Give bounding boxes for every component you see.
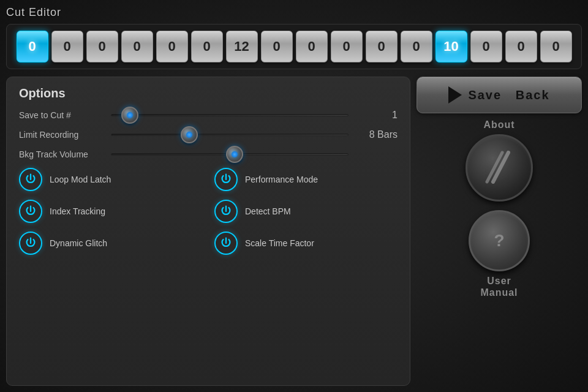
slider-track-bar-1	[111, 134, 349, 136]
counter-cell-10[interactable]: 0	[366, 31, 398, 62]
bottom-section: Options Save to Cut #1Limit Recording8 B…	[6, 77, 582, 386]
counter-cell-14[interactable]: 0	[505, 31, 537, 62]
toggle-item-4[interactable]: Dynamic Glitch	[19, 232, 202, 255]
toggle-item-0[interactable]: Loop Mod Latch	[19, 168, 202, 191]
toggle-label-3: Detect BPM	[245, 206, 291, 216]
about-section: About	[417, 119, 582, 202]
toggle-item-3[interactable]: Detect BPM	[214, 200, 398, 223]
manual-section: ? UserManual	[417, 210, 582, 298]
slider-thumb-1[interactable]	[181, 126, 198, 143]
counter-cell-11[interactable]: 0	[401, 31, 432, 62]
toggle-icon-2	[19, 200, 42, 223]
options-panel: Options Save to Cut #1Limit Recording8 B…	[6, 77, 410, 386]
counter-cell-3[interactable]: 0	[121, 31, 153, 62]
toggle-label-2: Index Tracking	[50, 206, 105, 216]
manual-icon: ?	[494, 231, 504, 251]
save-back-label: Save Back	[468, 88, 549, 102]
app-container: Cut Editor 000000120000010000 Options Sa…	[0, 0, 588, 392]
counter-cell-4[interactable]: 0	[156, 31, 188, 62]
about-label: About	[483, 119, 514, 130]
slider-value-1: 8 Bars	[355, 129, 398, 140]
toggle-label-5: Scale Time Factor	[245, 238, 314, 248]
toggle-item-2[interactable]: Index Tracking	[19, 200, 202, 223]
slider-row-0: Save to Cut #1	[19, 109, 398, 121]
counter-cell-8[interactable]: 0	[296, 31, 328, 62]
counter-cell-13[interactable]: 0	[470, 31, 502, 62]
about-knob[interactable]	[466, 134, 533, 202]
toggle-grid: Loop Mod Latch Performance Mode Index Tr…	[19, 168, 398, 255]
slider-label-1: Limit Recording	[19, 130, 105, 140]
slider-row-2: Bkg Track Volume	[19, 148, 398, 160]
toggle-icon-1	[214, 168, 238, 191]
counter-row: 000000120000010000	[6, 24, 582, 69]
toggle-icon-4	[19, 232, 42, 255]
slider-thumb-2[interactable]	[226, 146, 243, 163]
slider-track-0[interactable]	[111, 109, 349, 121]
counter-cell-9[interactable]: 0	[331, 31, 363, 62]
slider-track-bar-0	[111, 114, 349, 116]
counter-cell-0[interactable]: 0	[17, 31, 48, 62]
options-title: Options	[19, 86, 398, 100]
counter-cell-15[interactable]: 0	[540, 31, 572, 62]
right-panel: Save Back About ? UserManual	[417, 77, 582, 386]
counter-cell-5[interactable]: 0	[191, 31, 223, 62]
manual-label: UserManual	[480, 275, 518, 298]
counter-cell-1[interactable]: 0	[51, 31, 83, 62]
slider-value-0: 1	[355, 110, 398, 121]
slider-label-2: Bkg Track Volume	[19, 149, 105, 159]
toggle-item-1[interactable]: Performance Mode	[214, 168, 398, 191]
counter-cell-12[interactable]: 10	[435, 31, 467, 62]
toggle-icon-3	[214, 200, 238, 223]
toggle-item-5[interactable]: Scale Time Factor	[214, 232, 398, 255]
slider-row-1: Limit Recording8 Bars	[19, 129, 398, 141]
app-title: Cut Editor	[6, 6, 582, 19]
slider-track-1[interactable]	[111, 129, 349, 141]
toggle-label-0: Loop Mod Latch	[50, 175, 111, 184]
toggle-label-4: Dynamic Glitch	[50, 238, 107, 248]
sliders-container: Save to Cut #1Limit Recording8 BarsBkg T…	[19, 109, 398, 160]
toggle-label-1: Performance Mode	[245, 175, 318, 184]
toggle-icon-0	[19, 168, 42, 191]
toggle-icon-5	[214, 232, 238, 255]
slider-thumb-0[interactable]	[121, 107, 138, 124]
slider-track-2[interactable]	[111, 148, 349, 160]
counter-cell-7[interactable]: 0	[261, 31, 293, 62]
manual-knob[interactable]: ?	[469, 210, 530, 271]
counter-cell-2[interactable]: 0	[86, 31, 118, 62]
slider-label-0: Save to Cut #	[19, 110, 105, 120]
play-icon	[448, 86, 462, 104]
save-back-button[interactable]: Save Back	[417, 77, 582, 113]
counter-cell-6[interactable]: 12	[226, 31, 258, 62]
